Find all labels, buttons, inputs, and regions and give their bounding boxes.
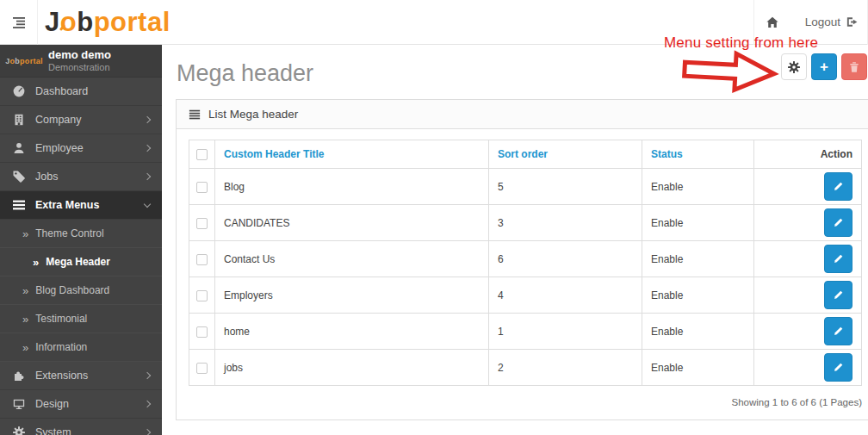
pencil-icon bbox=[833, 326, 844, 337]
sidebar-user-panel: Jobportal demo demo Demonstration bbox=[0, 45, 162, 78]
cell-status: Enable bbox=[642, 241, 754, 277]
list-panel: List Mega header Custom Header Title Sor… bbox=[176, 99, 868, 420]
sidebar-item-jobs[interactable]: Jobs bbox=[0, 163, 162, 191]
submenu-item-blog-dashboard[interactable]: » Blog Dashboard bbox=[0, 277, 162, 305]
page-action-buttons: + bbox=[781, 53, 867, 80]
cell-sort-order: 6 bbox=[489, 241, 642, 277]
building-icon bbox=[12, 113, 26, 127]
panel-heading: List Mega header bbox=[177, 100, 868, 129]
table-row: home 1 Enable bbox=[189, 314, 862, 350]
chevron-down-icon bbox=[144, 200, 151, 207]
pencil-icon bbox=[833, 253, 844, 264]
list-icon bbox=[189, 109, 201, 121]
sidebar-item-label: Extra Menus bbox=[35, 199, 99, 211]
cell-sort-order: 3 bbox=[489, 205, 642, 241]
cell-status: Enable bbox=[642, 350, 754, 386]
table-header-row: Custom Header Title Sort order Status Ac… bbox=[189, 140, 862, 169]
sidebar-item-extensions[interactable]: Extensions bbox=[0, 362, 162, 390]
pagination-summary: Showing 1 to 6 of 6 (1 Pages) bbox=[189, 397, 862, 407]
sidebar-item-label: Dashboard bbox=[35, 85, 88, 97]
table-row: CANDIDATES 3 Enable bbox=[189, 205, 862, 241]
cell-sort-order: 1 bbox=[489, 314, 642, 350]
trash-icon bbox=[848, 61, 860, 73]
pencil-icon bbox=[833, 362, 844, 373]
row-checkbox[interactable] bbox=[196, 363, 208, 374]
sidebar-item-label: Employee bbox=[35, 142, 84, 154]
add-new-button[interactable]: + bbox=[811, 53, 837, 80]
sidebar-item-extra-menus[interactable]: Extra Menus bbox=[0, 191, 162, 220]
submenu-item-testimonial[interactable]: » Testimonial bbox=[0, 305, 162, 333]
edit-button[interactable] bbox=[824, 208, 852, 237]
pencil-icon bbox=[833, 289, 844, 301]
column-header-status: Status bbox=[642, 140, 754, 169]
edit-button[interactable] bbox=[824, 245, 852, 273]
edit-button[interactable] bbox=[824, 172, 852, 201]
sidebar-item-company[interactable]: Company bbox=[0, 106, 162, 134]
chevron-right-icon bbox=[144, 116, 151, 123]
submenu-item-theme-control[interactable]: » Theme Control bbox=[0, 220, 162, 248]
column-header-title: Custom Header Title bbox=[215, 140, 489, 169]
sidebar: Jobportal demo demo Demonstration Dashbo… bbox=[0, 45, 162, 435]
column-header-sort-order: Sort order bbox=[489, 140, 642, 169]
submenu-item-mega-header[interactable]: » Mega Header bbox=[0, 248, 162, 277]
user-icon bbox=[12, 141, 26, 155]
select-all-cell bbox=[189, 140, 215, 169]
cell-title: home bbox=[215, 314, 489, 350]
sidebar-toggle-button[interactable] bbox=[0, 0, 38, 45]
sidebar-item-label: Extensions bbox=[35, 370, 88, 382]
cell-title: Blog bbox=[215, 169, 489, 205]
pencil-icon bbox=[833, 217, 844, 228]
row-checkbox[interactable] bbox=[196, 218, 208, 229]
plus-icon: + bbox=[820, 59, 828, 74]
sidebar-item-dashboard[interactable]: Dashboard bbox=[0, 78, 162, 106]
cell-title: Employers bbox=[215, 277, 489, 314]
panel-title: List Mega header bbox=[208, 108, 298, 121]
cell-sort-order: 4 bbox=[489, 277, 642, 314]
app-logo[interactable]: Jobportal bbox=[45, 0, 170, 45]
gear-icon bbox=[787, 60, 801, 74]
double-angle-icon: » bbox=[22, 341, 28, 354]
cell-title: jobs bbox=[215, 350, 489, 386]
submenu-item-information[interactable]: » Information bbox=[0, 333, 162, 362]
user-name: demo demo bbox=[48, 48, 111, 62]
sort-link-title[interactable]: Custom Header Title bbox=[224, 148, 324, 160]
settings-button[interactable] bbox=[781, 53, 807, 80]
sidebar-item-label: Company bbox=[35, 114, 82, 126]
logo-magnifier-o: o bbox=[60, 7, 77, 37]
edit-button[interactable] bbox=[824, 353, 852, 382]
row-checkbox[interactable] bbox=[196, 290, 208, 301]
row-checkbox[interactable] bbox=[196, 254, 208, 265]
row-checkbox[interactable] bbox=[196, 182, 208, 193]
sidebar-item-label: Jobs bbox=[35, 171, 58, 183]
home-icon bbox=[766, 16, 779, 29]
sort-link-sort-order[interactable]: Sort order bbox=[498, 148, 548, 160]
cell-status: Enable bbox=[642, 314, 754, 350]
sidebar-item-system[interactable]: System bbox=[0, 419, 162, 435]
sidebar-mini-logo: Jobportal bbox=[0, 57, 48, 65]
select-all-checkbox[interactable] bbox=[196, 149, 208, 160]
sign-out-icon bbox=[846, 16, 859, 28]
annotation-arrow bbox=[680, 47, 780, 96]
chevron-right-icon bbox=[144, 173, 151, 180]
chevron-right-icon bbox=[144, 401, 151, 407]
cell-sort-order: 5 bbox=[489, 169, 642, 205]
sidebar-item-employee[interactable]: Employee bbox=[0, 134, 162, 163]
sort-link-status[interactable]: Status bbox=[651, 148, 683, 160]
submenu-item-label: Blog Dashboard bbox=[35, 284, 109, 296]
pencil-icon bbox=[833, 181, 844, 192]
edit-button[interactable] bbox=[824, 281, 852, 309]
submenu-item-label: Testimonial bbox=[35, 313, 87, 325]
outdent-icon bbox=[12, 16, 26, 29]
edit-button[interactable] bbox=[824, 317, 852, 345]
double-angle-icon: » bbox=[22, 313, 28, 326]
sidebar-item-design[interactable]: Design bbox=[0, 390, 162, 419]
row-checkbox[interactable] bbox=[196, 326, 208, 338]
submenu-item-label: Mega Header bbox=[46, 256, 110, 268]
double-angle-icon: » bbox=[22, 284, 28, 297]
sidebar-item-label: System bbox=[35, 426, 71, 435]
tag-icon bbox=[12, 170, 26, 183]
double-angle-icon: » bbox=[33, 256, 39, 269]
gear-icon bbox=[12, 426, 26, 435]
delete-button[interactable] bbox=[841, 53, 867, 80]
double-angle-icon: » bbox=[22, 227, 28, 240]
